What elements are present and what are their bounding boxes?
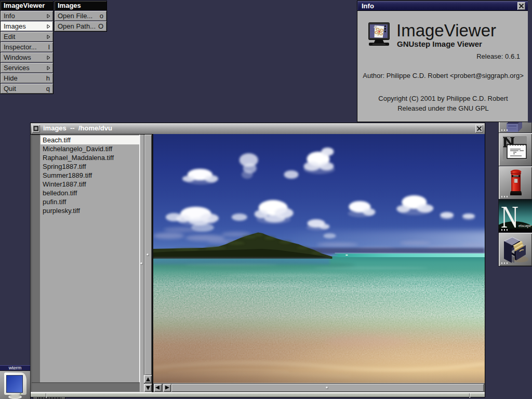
svg-text:N: N <box>501 200 518 233</box>
svg-text:etscape: etscape <box>518 223 531 228</box>
